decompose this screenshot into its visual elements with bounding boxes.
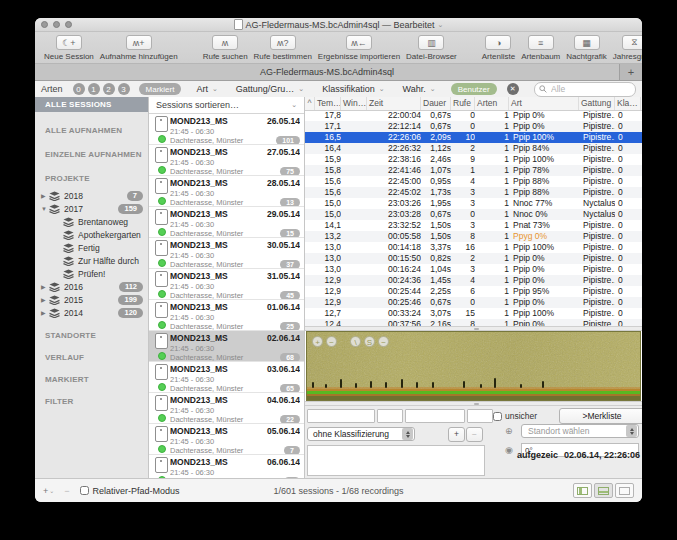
- add-classification-button[interactable]: +: [448, 427, 465, 442]
- species-list-button[interactable]: ◑ Artenliste: [482, 35, 515, 61]
- session-row[interactable]: MOND213_MS 01.06.14 21:45 - 06:30 Dachte…: [149, 300, 304, 331]
- s-tool-button[interactable]: S: [364, 336, 375, 347]
- column-header[interactable]: Dauer: [421, 97, 451, 110]
- session-row[interactable]: MOND213_MS 30.05.14 21:45 - 06:30 Dachte…: [149, 238, 304, 269]
- session-row[interactable]: MOND213_MS 28.05.14 21:45 - 06:30 Dachte…: [149, 176, 304, 207]
- disclosure-triangle-icon[interactable]: ▶: [41, 283, 49, 290]
- column-header[interactable]: ^: [305, 97, 315, 110]
- table-row[interactable]: 13,0 00:15:50 0,82s 2 1 Ppip 0% Pipistre…: [305, 253, 642, 264]
- project-tree-row[interactable]: ▶ 2015 199: [35, 293, 148, 306]
- standort-select[interactable]: Standort wählen: [521, 424, 639, 438]
- slope-tool-button[interactable]: \: [350, 336, 361, 347]
- column-header[interactable]: Arten: [475, 97, 509, 110]
- toolbar-button-icon[interactable]: ◑: [485, 35, 511, 50]
- document-tab[interactable]: AG-Fledermaus-MS.bcAdmin4sql: [35, 64, 620, 80]
- search-input[interactable]: [549, 83, 631, 95]
- markiert-filter-pill[interactable]: Markiert: [139, 83, 182, 95]
- filter-dropdown[interactable]: Klassifikation: [322, 84, 384, 94]
- disclosure-triangle-icon[interactable]: ▶: [41, 192, 49, 199]
- project-tree-row[interactable]: Prüfen!: [35, 267, 148, 280]
- sessions-sort-dropdown[interactable]: Sessions sortieren… ⌄: [149, 97, 304, 114]
- clear-filter-icon[interactable]: ✕: [507, 83, 519, 95]
- species-count-filter-button[interactable]: 1: [88, 83, 100, 95]
- species-count-filter-button[interactable]: 0: [73, 83, 85, 95]
- table-row[interactable]: 15,6 22:45:02 1,73s 3 1 Ppip 88% Pipistr…: [305, 187, 642, 198]
- sidebar-item[interactable]: VERLAUF: [35, 352, 148, 363]
- unsicher-checkbox[interactable]: [493, 412, 502, 421]
- file-browser-button[interactable]: ▥ Datei-Browser: [406, 35, 457, 61]
- project-tree-row[interactable]: Apothekergarten: [35, 228, 148, 241]
- year-chart-button[interactable]: ⧖ Jahresgrafik: [613, 35, 642, 61]
- bat-search-button[interactable]: ʍ Rufe suchen: [203, 35, 248, 61]
- project-tree-row[interactable]: Zur Hälfte durch: [35, 254, 148, 267]
- species-tree-button[interactable]: ≡ Artenbaum: [521, 35, 560, 61]
- measure-field-4[interactable]: [467, 409, 493, 423]
- column-header[interactable]: Art: [509, 97, 579, 110]
- relativer-pfad-checkbox[interactable]: [80, 486, 89, 495]
- session-row[interactable]: MOND213_MS 29.05.14 21:45 - 06:30 Dachte…: [149, 207, 304, 238]
- table-row[interactable]: 15,9 22:38:16 2,46s 9 1 Ppip 100% Pipist…: [305, 154, 642, 165]
- table-row[interactable]: 12,9 00:24:36 1,45s 4 1 Ppip 0% Pipistre…: [305, 275, 642, 286]
- toolbar-button-icon[interactable]: ▦: [574, 35, 600, 50]
- zoom-in-button[interactable]: +: [312, 336, 323, 347]
- add-tab-button[interactable]: +: [620, 64, 642, 80]
- sidebar-item[interactable]: ALLE SESSIONS: [35, 97, 148, 112]
- toolbar-button-icon[interactable]: ▥: [418, 35, 444, 50]
- project-tree-row[interactable]: ▼ 2017 159: [35, 202, 148, 215]
- measure-field-3[interactable]: [405, 409, 465, 423]
- night-chart-button[interactable]: ▦ Nachtgrafik: [566, 35, 606, 61]
- remove-classification-button[interactable]: −: [466, 427, 483, 442]
- species-count-filter-button[interactable]: 3: [118, 83, 130, 95]
- table-row[interactable]: 13,0 00:14:18 3,37s 16 1 Ppip 100% Pipis…: [305, 242, 642, 253]
- toolbar-button-icon[interactable]: ʍ: [212, 35, 238, 50]
- session-row[interactable]: MOND213_MS 03.06.14 21:45 - 06:30 Dachte…: [149, 362, 304, 393]
- remove-session-button[interactable]: −: [64, 486, 69, 496]
- search-field[interactable]: [534, 82, 636, 97]
- table-row[interactable]: 12,9 00:25:44 2,25s 6 1 Ppip 95% Pipistr…: [305, 286, 642, 297]
- table-row[interactable]: 14,1 23:32:52 1,50s 3 1 Pnat 73% Pipistr…: [305, 220, 642, 231]
- bat-plus-button[interactable]: ʍ+ Aufnahme hinzufügen: [100, 35, 178, 61]
- toolbar-button-icon[interactable]: ☾+: [56, 35, 82, 50]
- project-tree-row[interactable]: ▶ 2014 120: [35, 306, 148, 319]
- session-row[interactable]: MOND213_MS 05.06.14 21:45 - 06:30 Dachte…: [149, 424, 304, 455]
- table-row[interactable]: 17,1 22:12:14 0,67s 0 1 Ppip 0% Pipistre…: [305, 121, 642, 132]
- filter-dropdown[interactable]: Art: [196, 84, 217, 94]
- toolbar-button-icon[interactable]: ≡: [528, 35, 554, 50]
- session-row[interactable]: MOND213_MS 04.06.14 21:45 - 06:30 Dachte…: [149, 393, 304, 424]
- session-row[interactable]: MOND213_MS 06.06.14 21:45 - 06:30 Dachte…: [149, 455, 304, 478]
- klassifizierung-select[interactable]: ohne Klassifizierung: [307, 427, 415, 441]
- spectrogram[interactable]: + − \ S −: [306, 331, 641, 401]
- sidebar-item[interactable]: MARKIERT: [35, 374, 148, 385]
- view-toggle-plain-button[interactable]: [615, 483, 634, 498]
- column-header[interactable]: K: [641, 97, 642, 110]
- disclosure-triangle-icon[interactable]: ▶: [41, 296, 49, 303]
- project-tree-row[interactable]: ▶ 2018 7: [35, 189, 148, 202]
- table-row[interactable]: 16,4 22:26:32 1,12s 2 1 Ppip 84% Pipistr…: [305, 143, 642, 154]
- column-header[interactable]: Tem…: [315, 97, 341, 110]
- column-header[interactable]: Rufe: [451, 97, 475, 110]
- table-row[interactable]: 13,2 00:05:58 1,50s 8 1 Ppyg 0% Pipistre…: [305, 231, 642, 242]
- stepper-icon[interactable]: [402, 428, 413, 440]
- column-header[interactable]: Kla…: [615, 97, 641, 110]
- table-row[interactable]: 15,0 23:03:26 1,95s 3 1 Nnoc 77% Nyctalu…: [305, 198, 642, 209]
- sidebar-item[interactable]: ALLE AUFNAHMEN: [35, 125, 148, 136]
- sidebar-item[interactable]: FILTER: [35, 396, 148, 407]
- stepper-icon[interactable]: [626, 425, 637, 437]
- disclosure-triangle-icon[interactable]: ▼: [41, 206, 49, 212]
- sidebar-item[interactable]: PROJEKTE: [35, 173, 148, 184]
- project-tree-row[interactable]: ▶ 2016 112: [35, 280, 148, 293]
- table-row[interactable]: 17,8 22:00:04 0,67s 0 1 Ppip 0% Pipistre…: [305, 110, 642, 121]
- project-tree-row[interactable]: Brentanoweg: [35, 215, 148, 228]
- add-session-button[interactable]: + ⌄: [43, 486, 54, 496]
- species-count-filter-button[interactable]: 2: [103, 83, 115, 95]
- table-row[interactable]: 16,5 22:26:06 2,09s 10 1 Ppip 100% Pipis…: [305, 132, 642, 143]
- notes-textarea[interactable]: [307, 445, 485, 476]
- measure-field-1[interactable]: [307, 409, 375, 423]
- table-row[interactable]: 12,4 00:37:56 2,16s 8 1 Ppip 0% Pipistre…: [305, 319, 642, 326]
- bat-identify-button[interactable]: ʍ? Rufe bestimmen: [254, 35, 312, 61]
- collapse-tool-button[interactable]: −: [378, 336, 389, 347]
- bat-import-button[interactable]: ʍ← Ergebnisse importieren: [318, 35, 400, 61]
- toolbar-button-icon[interactable]: ʍ←: [346, 35, 372, 50]
- toolbar-button-icon[interactable]: ʍ+: [126, 35, 152, 50]
- session-row[interactable]: MOND213_MS 26.05.14 21:45 - 06:30 Dachte…: [149, 114, 304, 145]
